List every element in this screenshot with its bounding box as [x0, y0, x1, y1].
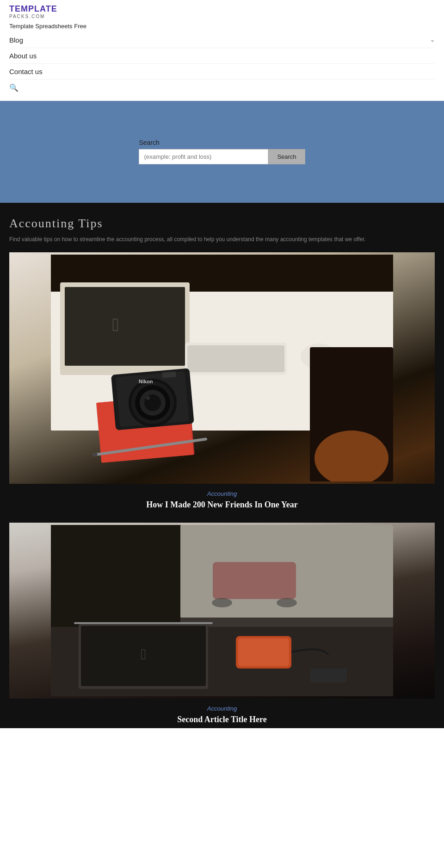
nav-about-label: About us [9, 52, 37, 60]
article-category-1: Accounting [18, 490, 426, 497]
search-icon[interactable]: 🔍 [9, 80, 435, 96]
search-label: Search [139, 139, 159, 146]
svg-rect-36 [238, 638, 289, 666]
article-card-2[interactable]:  Accounting Second Article Title Here [9, 523, 435, 728]
svg-rect-21 [92, 453, 98, 456]
logo[interactable]: TEMPLATE PACKS.COM [9, 5, 435, 19]
nav-item-about[interactable]: About us [9, 48, 435, 64]
svg-text::  [112, 314, 119, 335]
svg-rect-26 [213, 562, 296, 599]
nav-item-blog[interactable]: Blog ⌄ [9, 32, 435, 48]
svg-rect-6 [187, 345, 284, 372]
blog-section: Accounting Tips Find valuable tips on ho… [0, 203, 444, 728]
search-input[interactable] [139, 149, 268, 164]
article-card-1[interactable]:  Nikon [9, 252, 435, 513]
article-image-1:  Nikon [9, 252, 435, 484]
svg-text::  [141, 646, 146, 662]
svg-rect-31 [74, 622, 213, 624]
svg-text:Nikon: Nikon [139, 379, 153, 384]
article-category-2: Accounting [18, 705, 426, 712]
header: TEMPLATE PACKS.COM Template Spreadsheets… [0, 0, 444, 101]
svg-rect-37 [310, 668, 347, 682]
chevron-down-icon: ⌄ [430, 37, 435, 43]
nav-blog-label: Blog [9, 36, 23, 44]
logo-subname: PACKS.COM [9, 14, 57, 19]
article-meta-1: Accounting How I Made 200 New Friends In… [9, 484, 435, 513]
site-tagline: Template Spreadsheets Free [9, 23, 435, 30]
article-image-2:  [9, 523, 435, 699]
article-title-1: How I Made 200 New Friends In One Year [18, 500, 426, 510]
svg-point-28 [277, 598, 297, 607]
search-button[interactable]: Search [268, 149, 305, 164]
nav-item-contact[interactable]: Contact us [9, 64, 435, 80]
blog-section-title: Accounting Tips [9, 217, 435, 231]
search-row: Search [139, 149, 305, 164]
article-title-2: Second Article Title Here [18, 715, 426, 724]
logo-name: TEMPLATE [9, 5, 57, 14]
divider [9, 513, 435, 523]
hero-banner: Search Search [0, 101, 444, 203]
svg-rect-3 [65, 287, 185, 366]
search-box: Search Search [139, 139, 305, 164]
article-meta-2: Accounting Second Article Title Here [9, 699, 435, 728]
svg-point-27 [212, 598, 232, 607]
svg-point-17 [146, 396, 150, 400]
nav-contact-label: Contact us [9, 68, 43, 75]
blog-section-description: Find valuable tips on how to streamline … [9, 235, 435, 244]
